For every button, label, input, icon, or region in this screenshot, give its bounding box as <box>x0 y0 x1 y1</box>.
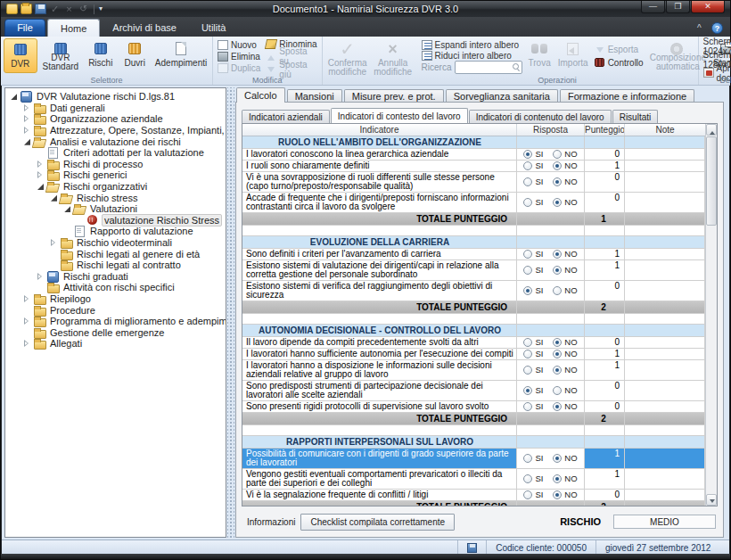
subtab-risultati[interactable]: Risultati <box>612 110 659 123</box>
radio-si[interactable] <box>523 350 532 358</box>
radio-no-selected[interactable] <box>553 350 562 358</box>
tree-item[interactable]: Analisi e valutazione dei rischi <box>5 136 226 147</box>
indicator-row[interactable]: Esistono sistemi di verifica del raggiun… <box>242 281 705 301</box>
tree-expander-icon[interactable] <box>49 238 58 247</box>
tab-utilita[interactable]: Utilità <box>189 19 239 37</box>
note-cell[interactable] <box>625 381 705 400</box>
tree-expander-icon[interactable] <box>36 160 45 169</box>
indicator-row[interactable]: Vengono gestiti eventuali comportamenti … <box>242 469 705 490</box>
radio-si[interactable] <box>523 454 532 463</box>
tree-expander-icon[interactable] <box>49 194 58 202</box>
radio-si[interactable] <box>523 402 532 411</box>
radio-si[interactable] <box>523 474 532 483</box>
tree-expander-icon[interactable] <box>62 204 71 213</box>
answer-si-option[interactable]: SI <box>523 474 543 483</box>
answer-si-option[interactable]: SI <box>523 150 543 159</box>
answer-no-option[interactable]: NO <box>553 386 577 395</box>
answer-si-option[interactable]: SI <box>523 198 543 207</box>
tree-expander-icon[interactable] <box>36 170 45 179</box>
radio-no[interactable] <box>553 150 562 159</box>
tab-sorveglianza[interactable]: Sorveglianza sanitaria <box>446 89 558 103</box>
tree-expander-icon[interactable] <box>22 114 31 123</box>
nuovo-button[interactable]: Nuovo <box>215 39 263 51</box>
indicator-row[interactable]: I lavoratori hanno sufficiente autonomia… <box>242 349 705 360</box>
tree-item[interactable]: Gestione delle emergenze <box>5 326 226 338</box>
answer-si-option[interactable]: SI <box>523 266 543 275</box>
checklist-status-button[interactable]: Checklist compilata correttamente <box>300 514 455 531</box>
radio-no-selected[interactable] <box>553 177 562 186</box>
answer-si-option[interactable]: SI <box>523 161 543 170</box>
panel-splitter[interactable] <box>227 87 234 538</box>
tree-item[interactable]: Rischi legati al genere di età <box>5 248 226 259</box>
radio-no-selected[interactable] <box>553 402 562 411</box>
radio-si[interactable] <box>523 338 532 347</box>
subtab-contenuto-lavoro[interactable]: Indicatori di contenuto del lavoro <box>469 110 612 123</box>
help-icon[interactable]: ? <box>711 22 723 34</box>
indicator-row[interactable]: Sono predisposti strumenti di partecipaz… <box>242 381 705 401</box>
dvr-button[interactable]: DVR <box>4 38 37 73</box>
radio-no-selected[interactable] <box>553 161 562 170</box>
note-cell[interactable] <box>625 149 705 160</box>
tree-item[interactable]: Organizzazione aziendale <box>5 113 226 125</box>
answer-si-option[interactable]: SI <box>523 250 543 259</box>
tree-item[interactable]: Rischio stress <box>5 192 226 203</box>
scroll-down-icon[interactable] <box>706 494 717 506</box>
tree-item[interactable]: Dati generali <box>5 103 226 114</box>
tree-item[interactable]: Criteri adottati per la valutazione <box>5 147 226 159</box>
radio-no-selected[interactable] <box>553 338 562 347</box>
answer-no-option[interactable]: NO <box>553 150 577 159</box>
answer-si-option[interactable]: SI <box>523 350 543 358</box>
tree-expander-icon[interactable] <box>36 272 45 281</box>
tree-item[interactable]: Rischi graduati <box>5 271 226 283</box>
subtab-contesto-lavoro[interactable]: Indicatori di contesto del lavoro <box>331 108 468 123</box>
radio-si[interactable] <box>523 366 532 375</box>
tree-item[interactable]: Rischi generici <box>5 169 226 181</box>
maximize-button[interactable]: ❐ <box>666 1 690 13</box>
answer-no-option[interactable]: NO <box>553 338 577 347</box>
note-cell[interactable] <box>625 161 705 171</box>
answer-no-option[interactable]: NO <box>553 266 577 275</box>
tree-expander-icon[interactable] <box>9 92 18 101</box>
indicator-row[interactable]: Sono presenti rigidi protocolli di super… <box>242 401 705 413</box>
tab-archivi-di-base[interactable]: Archivi di base <box>100 19 189 37</box>
answer-si-option[interactable]: SI <box>523 454 543 463</box>
dvr-standard-button[interactable]: DVR Standard <box>39 38 82 73</box>
radio-si[interactable] <box>523 161 532 170</box>
answer-si-option[interactable]: SI <box>523 286 543 295</box>
save-icon[interactable] <box>35 4 46 14</box>
tab-misure[interactable]: Misure prev. e prot. <box>344 89 444 103</box>
note-cell[interactable] <box>625 401 705 412</box>
note-cell[interactable] <box>625 260 705 280</box>
radio-si[interactable] <box>523 266 532 275</box>
tree-item[interactable]: Valutazioni <box>5 203 226 215</box>
tree-expander-icon[interactable] <box>22 103 31 112</box>
riduci-albero-button[interactable]: Riduci intero albero <box>419 50 525 61</box>
answer-no-option[interactable]: NO <box>553 286 577 295</box>
file-tab[interactable]: File <box>4 19 45 37</box>
indicator-row[interactable]: I ruoli sono chiaramente definitiSINO1 <box>242 161 705 172</box>
tree-item[interactable]: valutazione Rischio Stress <box>5 215 226 226</box>
indicator-row[interactable]: Esistono sistemi di valutazione dei diri… <box>242 260 705 281</box>
open-icon[interactable] <box>21 4 32 14</box>
search-input[interactable] <box>455 61 522 74</box>
note-cell[interactable] <box>625 193 705 212</box>
tree-item[interactable]: Attrezzature, Opere, Sostanze, Impianti,… <box>5 125 226 136</box>
indicator-row[interactable]: Sono definiti i criteri per l'avanzament… <box>242 249 705 260</box>
indicator-row[interactable]: Vi è una sovrapposizione di ruoli differ… <box>242 172 705 193</box>
tree-item[interactable]: Rischi di processo <box>5 159 226 170</box>
radio-si[interactable] <box>523 250 532 259</box>
note-cell[interactable] <box>625 449 705 468</box>
tree-item[interactable]: DVR Valutazione rischi D.lgs.81 <box>5 91 226 103</box>
answer-no-option[interactable]: NO <box>553 350 577 358</box>
answer-no-option[interactable]: NO <box>553 366 577 375</box>
tree-expander-icon[interactable] <box>22 317 31 325</box>
tree-item[interactable]: Rischi legati al contratto <box>5 259 226 271</box>
answer-no-option[interactable]: NO <box>553 161 577 170</box>
answer-si-option[interactable]: SI <box>523 490 543 499</box>
tab-formazione[interactable]: Formazione e informazione <box>560 89 694 103</box>
tree-item[interactable]: Procedure <box>5 304 226 316</box>
note-cell[interactable] <box>625 337 705 348</box>
radio-si-selected[interactable] <box>523 386 532 395</box>
tree-expander-icon[interactable] <box>22 137 31 146</box>
tree-item[interactable]: Rischi organizzativi <box>5 181 226 193</box>
